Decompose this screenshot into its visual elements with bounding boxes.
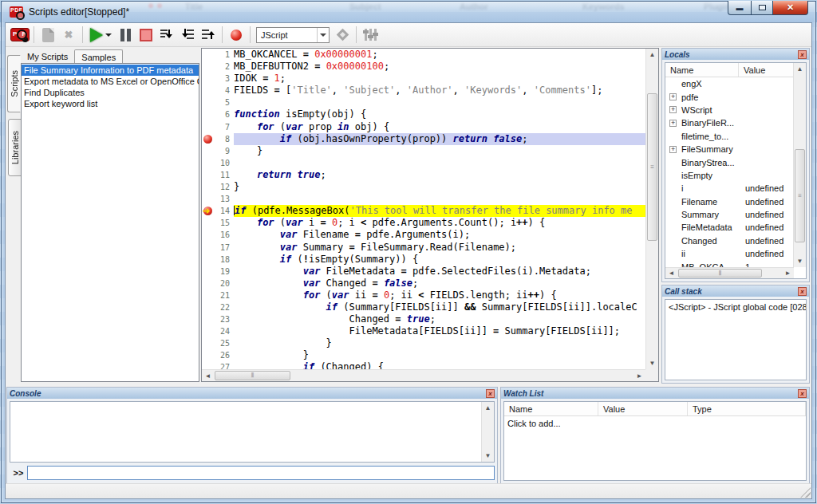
locals-panel-titlebar[interactable]: Locals x — [662, 49, 809, 60]
script-settings-button[interactable] — [361, 26, 380, 45]
vertical-tab-libraries[interactable]: Libraries — [8, 119, 22, 176]
code-text[interactable]: var Summary = FileSummary.Read(Filename)… — [234, 242, 645, 254]
code-line[interactable]: 10 — [202, 157, 645, 169]
titlebar[interactable]: Scripts editor[Stopped]* ▬ ✕ — [2, 2, 815, 22]
breakpoint-margin[interactable] — [202, 242, 215, 254]
callstack-panel-titlebar[interactable]: Call stack x — [662, 285, 809, 297]
locals-column-name[interactable]: Name — [665, 63, 739, 77]
editor-horizontal-scrollbar[interactable]: ◄ ⦀ ► — [202, 369, 645, 381]
app-logo-button[interactable] — [10, 26, 30, 45]
close-icon[interactable]: x — [798, 287, 807, 296]
locals-row[interactable]: pdfe — [665, 90, 794, 103]
code-line[interactable]: 12} — [202, 181, 645, 193]
code-text[interactable] — [234, 96, 645, 108]
code-editor[interactable]: 1MB_OKCANCEL = 0x00000001;2MB_DEFBUTTON2… — [201, 48, 659, 382]
breakpoint-margin[interactable] — [202, 289, 215, 301]
scroll-down-icon[interactable]: ▼ — [482, 450, 494, 462]
breakpoint-margin[interactable] — [202, 157, 215, 169]
watch-column-type[interactable]: Type — [688, 402, 806, 415]
language-select[interactable]: JScript — [256, 27, 330, 43]
breakpoint-margin[interactable]: ➜ — [202, 205, 215, 217]
breakpoint-margin[interactable] — [202, 121, 215, 133]
code-line[interactable]: 9 } — [202, 145, 645, 157]
expand-icon[interactable] — [669, 120, 677, 127]
code-line[interactable]: 7 for (var prop in obj) { — [202, 121, 645, 133]
breakpoint-margin[interactable] — [202, 108, 215, 120]
run-dropdown-icon[interactable] — [105, 33, 112, 37]
scroll-left-icon[interactable]: ◄ — [665, 268, 677, 278]
code-text[interactable]: if (!isEmpty(Summary)) { — [234, 254, 645, 266]
breakpoint-margin[interactable] — [202, 49, 215, 61]
scroll-up-icon[interactable]: ▲ — [646, 49, 658, 61]
scroll-up-icon[interactable]: ▲ — [794, 63, 806, 75]
code-line[interactable]: 18 if (!isEmpty(Summary)) { — [202, 254, 645, 266]
step-out-button[interactable] — [199, 26, 218, 45]
save-script-button[interactable] — [38, 26, 57, 45]
breakpoint-margin[interactable] — [202, 254, 215, 266]
maximize-button[interactable] — [751, 1, 772, 15]
code-lines[interactable]: 1MB_OKCANCEL = 0x00000001;2MB_DEFBUTTON2… — [202, 49, 645, 369]
code-text[interactable]: var Filename = pdfe.Arguments(i); — [234, 229, 645, 241]
code-line[interactable]: 11 return true; — [202, 169, 645, 181]
code-text[interactable] — [234, 193, 645, 205]
locals-row[interactable]: MB_OKCA...1 — [665, 260, 794, 267]
code-line[interactable]: 5 — [202, 96, 645, 108]
code-text[interactable]: } — [234, 349, 645, 361]
callstack-item[interactable]: <JScript> - JScript global code [0280394… — [665, 300, 806, 314]
close-icon[interactable]: x — [798, 50, 807, 59]
code-line[interactable]: 1MB_OKCANCEL = 0x00000001; — [202, 49, 645, 61]
expand-icon[interactable] — [669, 93, 677, 100]
breakpoint-margin[interactable] — [202, 266, 215, 278]
code-text[interactable]: FileMetadata[FIELDS[ii]] = Summary[FIELD… — [234, 325, 645, 337]
locals-hscroll-thumb[interactable]: ⦀ — [678, 269, 762, 278]
code-line[interactable]: 21 for (var ii = 0; ii < FIELDS.length; … — [202, 289, 645, 301]
code-line[interactable]: 16 var Filename = pdfe.Arguments(i); — [202, 229, 645, 241]
code-line[interactable]: 3IDOK = 1; — [202, 73, 645, 85]
code-text[interactable]: MB_DEFBUTTON2 = 0x00000100; — [234, 61, 645, 73]
expand-icon[interactable] — [669, 106, 677, 113]
breakpoint-margin[interactable] — [202, 229, 215, 241]
locals-horizontal-scrollbar[interactable]: ◄ ⦀ ► — [665, 267, 794, 278]
locals-row[interactable]: engX — [665, 77, 794, 90]
vertical-tab-scripts[interactable]: Scripts — [7, 55, 21, 112]
chevron-down-icon[interactable] — [317, 28, 329, 42]
code-line[interactable]: 22 if (Summary[FIELDS[ii]] && Summary[FI… — [202, 301, 645, 313]
breakpoint-margin[interactable] — [202, 193, 215, 205]
locals-row[interactable]: iundefined — [665, 182, 794, 195]
locals-row[interactable]: Summaryundefined — [665, 208, 794, 221]
code-text[interactable]: IDOK = 1; — [234, 73, 645, 85]
scroll-right-icon[interactable]: ► — [633, 370, 645, 381]
code-line[interactable]: 27 if (Changed) { — [202, 361, 645, 369]
scroll-up-icon[interactable]: ▲ — [482, 402, 494, 414]
breakpoint-margin[interactable] — [202, 301, 215, 313]
expand-icon[interactable] — [669, 146, 677, 153]
breakpoint-margin[interactable] — [202, 169, 215, 181]
delete-script-button[interactable]: ✖ — [59, 26, 78, 45]
code-line[interactable]: ➜14if (pdfe.MessageBox('This tool will t… — [202, 205, 645, 217]
breakpoint-margin[interactable] — [202, 61, 215, 73]
code-text[interactable]: for (var i = 0; i < pdfe.Arguments.Count… — [234, 217, 645, 229]
minimize-button[interactable]: ▬ — [728, 1, 751, 15]
code-line[interactable]: 25 } — [202, 337, 645, 349]
breakpoint-margin[interactable] — [202, 337, 215, 349]
watch-add-row[interactable]: Click to add... — [504, 416, 806, 431]
stop-button[interactable] — [136, 26, 156, 45]
code-text[interactable]: Changed = true; — [234, 313, 645, 325]
code-text[interactable]: } — [234, 145, 645, 157]
run-button[interactable] — [87, 26, 114, 45]
locals-row[interactable]: WScript — [665, 104, 794, 116]
code-line[interactable]: 4FIELDS = ['Title', 'Subject', 'Author',… — [202, 85, 645, 96]
code-line[interactable]: 26 } — [202, 349, 645, 361]
code-text[interactable]: if (pdfe.MessageBox('This tool will tran… — [234, 205, 645, 217]
code-line[interactable]: 2MB_DEFBUTTON2 = 0x00000100; — [202, 61, 645, 73]
script-list-item[interactable]: File Summary Information to PDF metadata — [22, 65, 199, 76]
callstack-list[interactable]: <JScript> - JScript global code [0280394… — [665, 299, 807, 380]
editor-vscroll-thumb[interactable]: ≡ — [647, 93, 657, 241]
breakpoint-icon[interactable] — [203, 135, 212, 144]
close-button[interactable]: ✕ — [772, 1, 808, 15]
show-next-statement-button[interactable] — [333, 26, 352, 45]
code-text[interactable]: MB_OKCANCEL = 0x00000001; — [234, 49, 645, 61]
tab-my-scripts[interactable]: My Scripts — [21, 49, 74, 63]
code-line[interactable]: 15 for (var i = 0; i < pdfe.Arguments.Co… — [202, 217, 645, 229]
step-into-button[interactable] — [178, 26, 197, 45]
